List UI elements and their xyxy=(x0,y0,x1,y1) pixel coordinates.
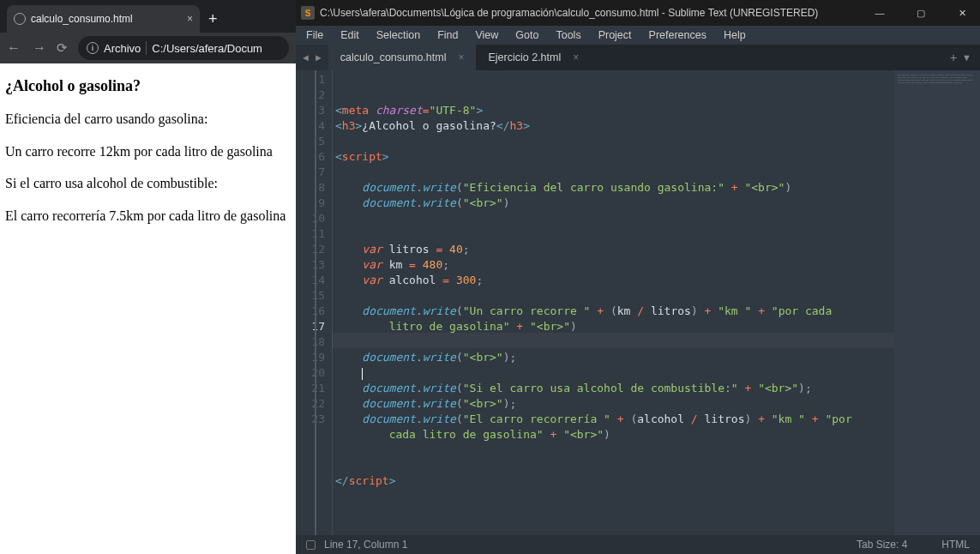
browser-tab-title: calculo_consumo.html xyxy=(31,13,133,25)
globe-icon xyxy=(14,13,26,25)
reload-button[interactable]: ⟳ xyxy=(57,40,68,56)
close-button[interactable]: ✕ xyxy=(949,8,975,19)
sublime-logo-icon: S xyxy=(301,6,315,20)
syntax-indicator[interactable]: HTML xyxy=(941,539,970,551)
menu-project[interactable]: Project xyxy=(592,27,639,43)
page-line-4: El carro recorrería 7.5km por cada litro… xyxy=(5,207,291,226)
tab-controls: + ▼ xyxy=(941,45,980,70)
tab-scroll-arrows[interactable]: ◄ ► xyxy=(296,45,328,70)
new-tab-button[interactable]: + xyxy=(950,51,957,64)
tab-close-icon[interactable]: × xyxy=(573,51,579,63)
browser-window: calculo_consumo.html × + ← → ⟳ i Archivo… xyxy=(0,0,296,554)
line-gutter: 1234567891011121314151617181920212223 xyxy=(296,70,332,535)
url-scheme: Archivo xyxy=(104,42,141,55)
menu-edit[interactable]: Edit xyxy=(334,27,366,43)
menu-bar: File Edit Selection Find View Goto Tools… xyxy=(296,26,980,45)
tab-menu-icon[interactable]: ▼ xyxy=(962,52,971,63)
menu-preferences[interactable]: Preferences xyxy=(642,27,713,43)
window-controls: — ▢ ✕ xyxy=(867,8,975,19)
tab-label: Ejercicio 2.html xyxy=(488,51,561,63)
panel-toggle-icon[interactable] xyxy=(306,540,316,550)
menu-file[interactable]: File xyxy=(299,27,330,43)
page-line-1: Eficiencia del carro usando gasolina: xyxy=(5,110,291,129)
address-bar[interactable]: i Archivo C:/Users/afera/Docum xyxy=(78,36,289,60)
nav-arrows: ← → xyxy=(7,40,46,56)
browser-tab-bar: calculo_consumo.html × + xyxy=(0,0,296,33)
tab-right-icon[interactable]: ► xyxy=(314,52,323,63)
minimize-button[interactable]: — xyxy=(867,8,893,19)
minimap[interactable]: ▬▬▬ ▬▬▬▬▬▬▬ ▬▬▬▬▬▬▬ ▬ ▬▬▬▬▬▬▬ ▬▬▬▬▬▬▬ ▬▬… xyxy=(894,70,980,535)
browser-toolbar: ← → ⟳ i Archivo C:/Users/afera/Docum xyxy=(0,33,296,63)
back-button[interactable]: ← xyxy=(7,40,21,56)
forward-button[interactable]: → xyxy=(33,40,46,56)
menu-find[interactable]: Find xyxy=(430,27,465,43)
address-divider xyxy=(146,41,147,55)
tab-close-icon[interactable]: × xyxy=(187,13,193,25)
tab-label: calculo_consumo.html xyxy=(340,51,447,63)
editor-tab-bar: ◄ ► calculo_consumo.html × Ejercicio 2.h… xyxy=(296,45,980,70)
page-line-3: Si el carro usa alcohol de combustible: xyxy=(5,174,291,193)
cursor-position[interactable]: Line 17, Column 1 xyxy=(324,539,857,551)
tab-close-icon[interactable]: × xyxy=(458,51,464,63)
page-content: ¿Alcohol o gasolina? Eficiencia del carr… xyxy=(0,63,296,554)
tab-size-indicator[interactable]: Tab Size: 4 xyxy=(857,539,907,551)
editor-tab-inactive[interactable]: Ejercicio 2.html × xyxy=(476,45,591,70)
menu-selection[interactable]: Selection xyxy=(370,27,427,43)
editor-window: S C:\Users\afera\Documents\Lógica de pro… xyxy=(296,0,980,554)
info-icon: i xyxy=(87,42,99,54)
page-heading: ¿Alcohol o gasolina? xyxy=(5,75,291,96)
tab-left-icon[interactable]: ◄ xyxy=(301,52,310,63)
status-bar: Line 17, Column 1 Tab Size: 4 HTML xyxy=(296,535,980,554)
editor-tab-active[interactable]: calculo_consumo.html × xyxy=(328,45,477,70)
new-tab-button[interactable]: + xyxy=(200,5,226,33)
titlebar[interactable]: S C:\Users\afera\Documents\Lógica de pro… xyxy=(296,0,980,26)
menu-tools[interactable]: Tools xyxy=(549,27,587,43)
editor-area[interactable]: 1234567891011121314151617181920212223 <m… xyxy=(296,70,980,535)
url-path: C:/Users/afera/Docum xyxy=(152,42,262,55)
menu-goto[interactable]: Goto xyxy=(508,27,545,43)
code-area[interactable]: <meta charset="UTF-8"> <h3>¿Alcohol o ga… xyxy=(332,70,894,535)
browser-tab[interactable]: calculo_consumo.html × xyxy=(7,5,200,33)
page-line-2: Un carro recorre 12km por cada litro de … xyxy=(5,142,291,161)
menu-help[interactable]: Help xyxy=(717,27,753,43)
menu-view[interactable]: View xyxy=(468,27,505,43)
maximize-button[interactable]: ▢ xyxy=(908,8,934,19)
window-title: C:\Users\afera\Documents\Lógica de progr… xyxy=(320,7,867,19)
